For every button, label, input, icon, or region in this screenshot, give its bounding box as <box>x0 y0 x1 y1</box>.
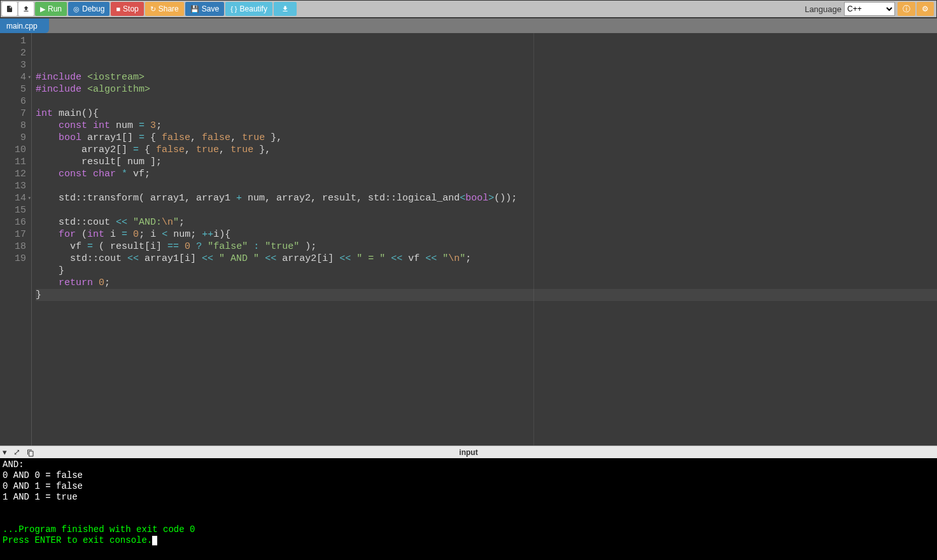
upload-icon <box>22 5 30 13</box>
copy-icon <box>27 449 34 457</box>
save-button[interactable]: 💾 Save <box>185 2 224 16</box>
file-icon <box>6 5 13 13</box>
code-line[interactable] <box>36 204 937 216</box>
console-toolbar: ▾ ⤢ input <box>0 445 937 458</box>
line-number: 6 <box>4 95 26 108</box>
save-icon: 💾 <box>190 5 199 13</box>
info-icon: ⓘ <box>903 4 910 15</box>
code-line[interactable] <box>36 95 937 108</box>
toolbar: ▶ Run ◎ Debug ■ Stop ↻ Share 💾 Save { } … <box>0 0 937 18</box>
code-editor[interactable]: 12345678910111213141516171819 #include <… <box>0 33 937 445</box>
line-number: 10 <box>4 144 26 156</box>
language-select[interactable]: C++ <box>844 2 895 16</box>
tab-bar: main.cpp <box>0 18 937 33</box>
console-cursor <box>152 536 157 545</box>
line-number: 7 <box>4 108 26 120</box>
debug-button[interactable]: ◎ Debug <box>68 2 109 16</box>
info-button[interactable]: ⓘ <box>898 2 915 16</box>
code-line[interactable]: const char * vf; <box>36 168 937 180</box>
code-line[interactable]: array2[] = { false, true, true }, <box>36 144 937 156</box>
code-line[interactable]: result[ num ]; <box>36 156 937 168</box>
line-number: 3 <box>4 59 26 71</box>
target-icon: ◎ <box>73 5 80 13</box>
code-line[interactable]: std::cout << array1[i] << " AND " << arr… <box>36 253 937 265</box>
share-button[interactable]: ↻ Share <box>145 2 184 16</box>
line-number: 9 <box>4 132 26 144</box>
language-label: Language <box>805 4 842 14</box>
braces-icon: { } <box>230 5 237 13</box>
code-line[interactable]: } <box>36 289 937 301</box>
code-line[interactable]: int main(){ <box>36 108 937 120</box>
code-line[interactable] <box>36 180 937 192</box>
code-line[interactable]: const int num = 3; <box>36 120 937 132</box>
line-number: 18 <box>4 241 26 253</box>
stop-label: Stop <box>123 4 139 13</box>
play-icon: ▶ <box>40 5 45 13</box>
new-file-button[interactable] <box>2 2 17 16</box>
upload-button[interactable] <box>18 2 34 16</box>
beautify-button[interactable]: { } Beautify <box>225 2 272 16</box>
beautify-label: Beautify <box>240 4 267 13</box>
copy-console-button[interactable] <box>27 447 34 457</box>
save-label: Save <box>202 4 219 13</box>
debug-label: Debug <box>82 4 104 13</box>
line-number: 16 <box>4 216 26 228</box>
line-number: 11 <box>4 156 26 168</box>
code-line[interactable]: for (int i = 0; i < num; ++i){ <box>36 228 937 241</box>
line-number: 5 <box>4 83 26 95</box>
code-area[interactable]: #include <iostream>#include <algorithm> … <box>32 33 937 445</box>
collapse-console-button[interactable]: ▾ <box>3 447 7 457</box>
line-number: 1 <box>4 35 26 47</box>
tab-main-cpp[interactable]: main.cpp <box>0 18 49 33</box>
code-line[interactable]: return 0; <box>36 277 937 289</box>
line-number: 13 <box>4 180 26 192</box>
code-line[interactable]: vf = ( result[i] == 0 ? "false" : "true"… <box>36 241 937 253</box>
code-line[interactable]: std::cout << "AND:\n"; <box>36 216 937 228</box>
line-number: 2 <box>4 47 26 59</box>
share-label: Share <box>159 4 179 13</box>
line-number: 4 <box>4 71 26 83</box>
console-input-label: input <box>459 448 477 457</box>
code-line[interactable]: } <box>36 265 937 277</box>
code-line[interactable]: #include <algorithm> <box>36 83 937 95</box>
code-line[interactable]: bool array1[] = { false, false, true }, <box>36 132 937 144</box>
console-output[interactable]: AND:0 AND 0 = false0 AND 1 = false1 AND … <box>0 458 937 560</box>
code-line[interactable]: std::transform( array1, array1 + num, ar… <box>36 192 937 204</box>
gear-icon: ⚙ <box>922 4 929 13</box>
share-icon: ↻ <box>150 5 156 13</box>
download-icon <box>281 5 289 13</box>
run-label: Run <box>48 4 62 13</box>
download-button[interactable] <box>274 2 297 16</box>
line-number: 12 <box>4 168 26 180</box>
line-number: 8 <box>4 120 26 132</box>
print-margin <box>533 33 534 445</box>
code-line[interactable]: #include <iostream> <box>36 71 937 83</box>
line-number: 17 <box>4 228 26 241</box>
line-number: 15 <box>4 204 26 216</box>
expand-console-button[interactable]: ⤢ <box>13 447 20 457</box>
stop-icon: ■ <box>116 5 120 13</box>
line-number: 14 <box>4 192 26 204</box>
stop-button[interactable]: ■ Stop <box>111 2 143 16</box>
line-number: 19 <box>4 253 26 265</box>
line-number-gutter: 12345678910111213141516171819 <box>0 33 32 445</box>
tab-filename: main.cpp <box>6 22 38 31</box>
settings-button[interactable]: ⚙ <box>917 2 934 16</box>
run-button[interactable]: ▶ Run <box>35 2 67 16</box>
